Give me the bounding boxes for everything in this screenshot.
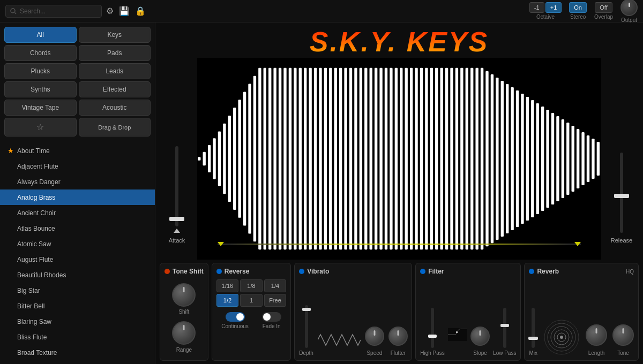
svg-rect-74 xyxy=(556,116,559,201)
shift-knob[interactable] xyxy=(172,283,196,307)
svg-rect-35 xyxy=(360,68,362,249)
svg-rect-19 xyxy=(279,68,281,249)
save-icon[interactable]: 💾 xyxy=(119,6,130,16)
preset-item-beautiful-rhodes[interactable]: ★ Beautiful Rhodes xyxy=(0,267,155,283)
filter-all-button[interactable]: All xyxy=(4,27,77,43)
filter-chords-button[interactable]: Chords xyxy=(4,45,77,61)
svg-rect-17 xyxy=(268,68,271,249)
time-1-2-button[interactable]: 1/2 xyxy=(216,294,238,307)
time-1-button[interactable]: 1 xyxy=(240,294,262,307)
filter-acoustic-button[interactable]: Acoustic xyxy=(79,100,151,116)
svg-rect-81 xyxy=(592,139,594,179)
preset-item-atlas-bounce[interactable]: ★ Atlas Bounce xyxy=(0,221,155,236)
preset-item-always-danger[interactable]: ★ Always Danger xyxy=(0,174,155,189)
highpass-thumb[interactable] xyxy=(428,335,437,338)
svg-rect-3 xyxy=(198,157,200,160)
octave-plus-button[interactable]: +1 xyxy=(545,2,562,13)
svg-rect-20 xyxy=(283,68,286,249)
preset-item-analog-brass[interactable]: ★ Analog Brass xyxy=(0,189,155,205)
time-1-4-button[interactable]: 1/4 xyxy=(264,279,286,292)
stereo-label: Stereo xyxy=(570,14,586,20)
tone-shift-panel: Tone Shift Shift Range xyxy=(160,263,208,361)
preset-item-bliss-flute[interactable]: ★ Bliss Flute xyxy=(0,329,155,345)
sustain-end-marker[interactable] xyxy=(574,242,581,246)
filter-plucks-button[interactable]: Plucks xyxy=(4,63,77,79)
svg-rect-65 xyxy=(511,87,513,230)
reverse-panel: Reverse 1/16 1/8 1/4 1/2 1 Free Continuo… xyxy=(212,263,291,361)
mix-slider-thumb[interactable] xyxy=(528,337,538,340)
time-1-16-button[interactable]: 1/16 xyxy=(216,279,238,292)
preset-item-big-star[interactable]: ★ Big Star xyxy=(0,283,155,298)
fadein-toggle[interactable] xyxy=(262,312,281,322)
time-free-button[interactable]: Free xyxy=(264,294,286,307)
settings-icon[interactable]: ⚙ xyxy=(106,6,114,16)
depth-slider-track[interactable] xyxy=(305,305,308,348)
continuous-toggle[interactable] xyxy=(226,312,245,322)
filter-keys-button[interactable]: Keys xyxy=(79,27,151,43)
filter-effected-button[interactable]: Effected xyxy=(79,81,151,97)
flutter-knob[interactable] xyxy=(388,327,408,346)
main-area: S.K.Y. KEYS Attack // Generated inline S… xyxy=(155,22,643,364)
filter-pads-button[interactable]: Pads xyxy=(79,45,151,61)
vibrato-panel: Vibrato Depth xyxy=(294,263,412,361)
filter-dragdrop-button[interactable]: Drag & Drop xyxy=(79,118,151,136)
sustain-start-marker[interactable] xyxy=(218,242,224,246)
range-knob[interactable] xyxy=(172,321,196,345)
highpass-slider-track[interactable] xyxy=(431,308,434,348)
filter-star-button[interactable]: ☆ xyxy=(4,118,77,136)
overlap-off-button[interactable]: Off xyxy=(595,2,612,13)
search-box[interactable]: Search... xyxy=(5,5,102,18)
preset-item-blaring-saw[interactable]: ★ Blaring Saw xyxy=(0,314,155,329)
reverb-tone-knob[interactable] xyxy=(612,324,634,346)
svg-rect-60 xyxy=(485,71,488,246)
filter-synths-button[interactable]: Synths xyxy=(4,81,77,97)
depth-slider-thumb[interactable] xyxy=(302,308,311,311)
preset-star: ★ xyxy=(8,255,14,263)
preset-name: August Flute xyxy=(17,256,53,263)
preset-item-adjacent-flute[interactable]: ★ Adjacent Flute xyxy=(0,158,155,174)
svg-rect-50 xyxy=(435,68,438,249)
attack-label: Attack xyxy=(169,237,185,244)
svg-rect-53 xyxy=(450,68,453,249)
svg-rect-28 xyxy=(324,68,327,249)
preset-name: Bitter Bell xyxy=(17,302,44,310)
slope-knob[interactable] xyxy=(470,327,490,346)
preset-item-bitter-bell[interactable]: ★ Bitter Bell xyxy=(0,298,155,314)
svg-rect-9 xyxy=(228,116,231,202)
speed-control: Speed xyxy=(365,327,384,356)
preset-name: Atomic Saw xyxy=(17,240,51,248)
lock-icon[interactable]: 🔒 xyxy=(135,6,146,16)
preset-item-ancient-choir[interactable]: ★ Ancient Choir xyxy=(0,205,155,221)
preset-item-about-time[interactable]: ★ About Time xyxy=(0,143,155,158)
length-knob[interactable] xyxy=(586,324,607,346)
stereo-on-button[interactable]: On xyxy=(569,2,587,13)
filter-header: Filter xyxy=(420,268,516,275)
lowpass-thumb[interactable] xyxy=(500,324,509,327)
attack-slider-track[interactable] xyxy=(175,146,178,226)
preset-item-broad-texture[interactable]: ★ Broad Texture xyxy=(0,345,155,360)
mix-slider-track[interactable] xyxy=(532,308,535,348)
release-slider-track[interactable] xyxy=(620,153,623,233)
bottom-panels: Tone Shift Shift Range Reverse 1/16 1/8 xyxy=(155,260,643,364)
reverse-indicator xyxy=(216,269,222,274)
speed-knob[interactable] xyxy=(365,327,384,346)
reverb-indicator xyxy=(529,269,534,274)
octave-label: Octaive xyxy=(536,14,555,20)
svg-rect-12 xyxy=(243,92,246,225)
attack-slider-thumb[interactable] xyxy=(169,217,184,221)
svg-point-90 xyxy=(560,336,563,339)
highpass-control: High Pass xyxy=(420,308,445,356)
preset-item-atomic-saw[interactable]: ★ Atomic Saw xyxy=(0,236,155,252)
octave-minus-button[interactable]: -1 xyxy=(529,2,544,13)
release-slider-thumb[interactable] xyxy=(614,194,629,198)
svg-point-0 xyxy=(11,9,15,13)
waveform-section: Attack // Generated inline SVG bars via … xyxy=(155,58,643,260)
output-knob[interactable] xyxy=(620,0,638,16)
preset-star: ★ xyxy=(8,224,14,232)
filter-vintagetape-button[interactable]: Vintage Tape xyxy=(4,100,77,116)
top-bar-icons: ⚙ 💾 🔒 xyxy=(106,6,146,16)
filter-leads-button[interactable]: Leads xyxy=(79,63,151,79)
time-1-8-button[interactable]: 1/8 xyxy=(240,279,262,292)
lowpass-slider-track[interactable] xyxy=(503,308,506,348)
preset-item-august-flute[interactable]: ★ August Flute xyxy=(0,252,155,267)
